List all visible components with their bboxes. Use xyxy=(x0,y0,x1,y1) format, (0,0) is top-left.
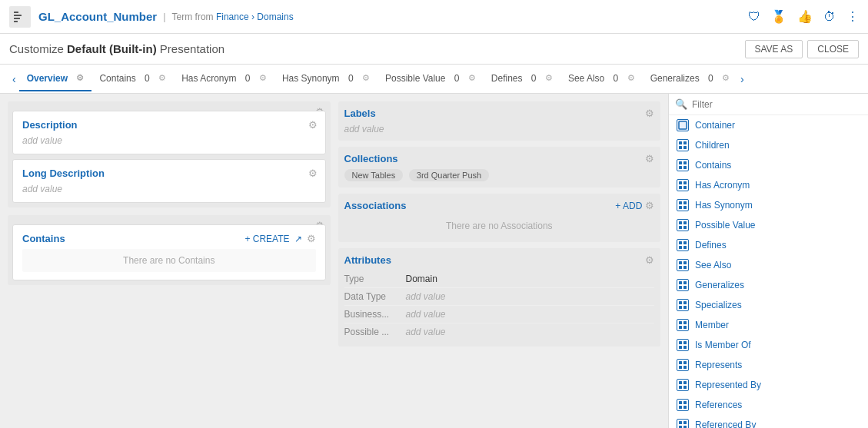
filter-item-label-3: Has Acronym xyxy=(695,180,750,191)
contains-external-icon[interactable]: ↗ xyxy=(294,234,302,244)
svg-rect-44 xyxy=(683,326,687,329)
tab-has-synonym-gear[interactable]: ⚙ xyxy=(362,73,370,83)
clock-icon[interactable]: ⏱ xyxy=(823,10,836,24)
save-as-button[interactable]: SAVE AS xyxy=(745,40,803,58)
filter-item-0[interactable]: Container xyxy=(669,115,868,135)
tab-see-also-gear[interactable]: ⚙ xyxy=(627,73,635,83)
filter-item-6[interactable]: Defines xyxy=(669,235,868,255)
attr-row-0: Type Domain xyxy=(344,270,655,288)
tab-possible-value-gear[interactable]: ⚙ xyxy=(468,73,476,83)
header-actions: 🛡 🏅 👍 ⏱ ⋮ xyxy=(748,9,859,24)
header: GL_Account_Number | Term from Finance › … xyxy=(0,0,868,34)
svg-rect-39 xyxy=(679,306,682,309)
contains-gear[interactable]: ⚙ xyxy=(307,233,316,244)
tab-contains-gear[interactable]: ⚙ xyxy=(158,73,166,83)
filter-item-icon-9 xyxy=(677,299,689,311)
breadcrumb-link[interactable]: Finance › Domains xyxy=(216,12,294,22)
svg-rect-1 xyxy=(14,15,22,16)
attr-val-3[interactable]: add value xyxy=(406,327,446,337)
filter-item-label-2: Contains xyxy=(695,160,731,171)
filter-list: Container Children Contains Has Acronym xyxy=(669,115,868,428)
associations-add-button[interactable]: + ADD xyxy=(615,201,642,211)
svg-rect-15 xyxy=(679,186,682,189)
tab-overview[interactable]: Overview ⚙ xyxy=(19,67,92,91)
svg-rect-32 xyxy=(683,266,687,269)
filter-item-10[interactable]: Member xyxy=(669,315,868,335)
attr-row-3: Possible ... add value xyxy=(344,323,655,340)
shield-icon[interactable]: 🛡 xyxy=(748,10,760,24)
filter-item-14[interactable]: References xyxy=(669,395,868,415)
filter-item-12[interactable]: Represents xyxy=(669,355,868,375)
svg-rect-13 xyxy=(679,181,682,184)
contains-card: Contains + CREATE ↗ ⚙ There are no Conta… xyxy=(12,224,326,280)
attributes-gear[interactable]: ⚙ xyxy=(645,254,654,266)
tab-overview-gear[interactable]: ⚙ xyxy=(76,73,84,83)
filter-item-11[interactable]: Is Member Of xyxy=(669,335,868,355)
collection-tag-1[interactable]: 3rd Quarter Push xyxy=(409,169,489,181)
filter-item-icon-1 xyxy=(677,139,689,151)
filter-item-label-12: Represents xyxy=(695,360,742,370)
svg-rect-53 xyxy=(679,381,682,384)
filter-item-icon-14 xyxy=(677,399,689,411)
more-icon[interactable]: ⋮ xyxy=(846,9,859,24)
svg-rect-28 xyxy=(683,246,687,249)
filter-item-7[interactable]: See Also xyxy=(669,255,868,275)
main-layout: ⚙ Description ⚙ add value Long Descripti… xyxy=(0,94,868,428)
tab-arrow-left[interactable]: ‹ xyxy=(9,73,19,85)
attr-val-1[interactable]: add value xyxy=(406,291,446,302)
tab-generalizes[interactable]: Generalizes 0 ⚙ xyxy=(643,67,737,91)
filter-item-8[interactable]: Generalizes xyxy=(669,275,868,295)
associations-gear[interactable]: ⚙ xyxy=(645,200,654,211)
svg-rect-60 xyxy=(683,406,687,409)
filter-input[interactable] xyxy=(692,99,862,110)
title-separator: | xyxy=(163,11,165,22)
filter-item-15[interactable]: Referenced By xyxy=(669,415,868,428)
svg-rect-36 xyxy=(683,286,687,289)
filter-item-3[interactable]: Has Acronym xyxy=(669,175,868,195)
filter-item-4[interactable]: Has Synonym xyxy=(669,195,868,215)
collections-gear[interactable]: ⚙ xyxy=(645,153,654,164)
medal-icon[interactable]: 🏅 xyxy=(771,9,787,24)
filter-item-2[interactable]: Contains xyxy=(669,155,868,175)
filter-item-label-6: Defines xyxy=(695,240,727,250)
contains-outer-panel: ⚙ Contains + CREATE ↗ ⚙ There are no Con… xyxy=(8,215,331,285)
thumbs-up-icon[interactable]: 👍 xyxy=(797,9,813,24)
tab-see-also[interactable]: See Also 0 ⚙ xyxy=(560,67,643,91)
svg-rect-26 xyxy=(683,241,687,244)
tab-possible-value[interactable]: Possible Value 0 ⚙ xyxy=(377,67,484,91)
close-button[interactable]: CLOSE xyxy=(807,40,859,58)
description-value[interactable]: add value xyxy=(22,135,316,146)
filter-item-5[interactable]: Possible Value xyxy=(669,215,868,235)
filter-item-9[interactable]: Specializes xyxy=(669,295,868,315)
tabs-bar: ‹ Overview ⚙ Contains 0 ⚙ Has Acronym 0 … xyxy=(0,65,868,94)
tab-has-acronym-gear[interactable]: ⚙ xyxy=(259,73,267,83)
labels-gear[interactable]: ⚙ xyxy=(645,108,654,119)
svg-rect-20 xyxy=(683,206,687,209)
filter-item-label-5: Possible Value xyxy=(695,220,756,231)
attr-val-2[interactable]: add value xyxy=(406,309,446,320)
tab-defines-gear[interactable]: ⚙ xyxy=(545,73,553,83)
filter-item-13[interactable]: Represented By xyxy=(669,375,868,395)
tab-defines[interactable]: Defines 0 ⚙ xyxy=(484,67,560,91)
svg-rect-43 xyxy=(679,326,682,329)
labels-value[interactable]: add value xyxy=(344,124,655,134)
long-description-value[interactable]: add value xyxy=(22,184,316,194)
description-gear[interactable]: ⚙ xyxy=(308,119,318,131)
collections-title: Collections xyxy=(344,153,646,164)
tab-generalizes-gear[interactable]: ⚙ xyxy=(722,73,730,83)
collection-tag-0[interactable]: New Tables xyxy=(344,169,404,181)
filter-item-1[interactable]: Children xyxy=(669,135,868,155)
associations-empty: There are no Associations xyxy=(344,216,655,236)
long-description-gear[interactable]: ⚙ xyxy=(308,168,318,179)
tab-contains[interactable]: Contains 0 ⚙ xyxy=(91,67,174,91)
tab-has-acronym[interactable]: Has Acronym 0 ⚙ xyxy=(174,67,274,91)
contains-create-button[interactable]: + CREATE xyxy=(244,234,289,244)
tab-arrow-right[interactable]: › xyxy=(737,73,747,85)
svg-rect-29 xyxy=(679,261,682,264)
page-title: GL_Account_Number xyxy=(38,10,157,23)
filter-item-icon-15 xyxy=(677,419,689,428)
tab-has-synonym[interactable]: Has Synonym 0 ⚙ xyxy=(274,67,377,91)
filter-item-label-9: Specializes xyxy=(695,300,742,310)
attributes-title: Attributes xyxy=(344,254,646,266)
svg-rect-41 xyxy=(679,321,682,324)
